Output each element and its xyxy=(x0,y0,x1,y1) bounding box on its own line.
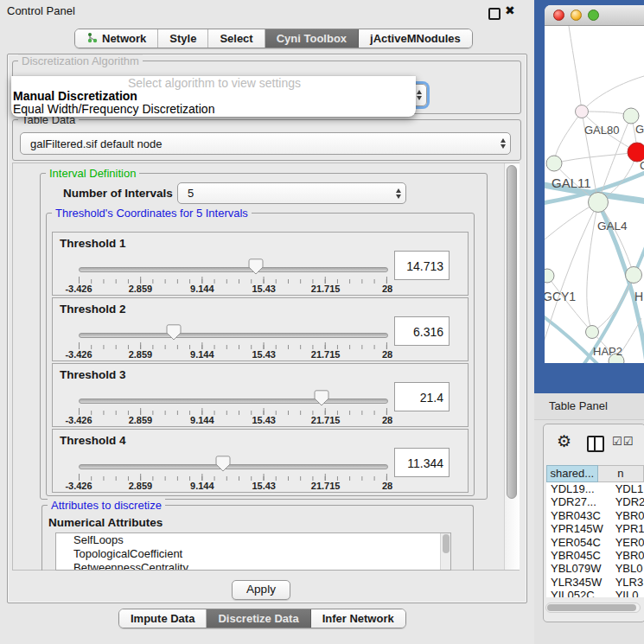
threshold-3-ruler xyxy=(79,408,387,415)
threshold-2-value-field[interactable]: 6.316 xyxy=(394,316,450,346)
threshold-4-scale-labels: -3.4262.8599.14415.4321.71528 xyxy=(79,481,387,491)
dropdown-option-manual-discretization[interactable]: Manual Discretization xyxy=(11,90,416,103)
list-item[interactable]: SelfLoops xyxy=(56,533,450,547)
dropdown-placeholder-item[interactable]: Select algorithm to view settings xyxy=(11,77,416,90)
tab-cyni-toolbox[interactable]: Cyni Toolbox xyxy=(265,29,359,48)
tab-jactivemnodules[interactable]: jActiveMNodules xyxy=(359,29,472,48)
table-row[interactable]: YBR045CYBR0 xyxy=(546,549,644,562)
threshold-1-slider-thumb[interactable] xyxy=(248,258,264,275)
columns-icon[interactable] xyxy=(587,436,604,452)
threshold-1-panel: Threshold 1 -3.4262.8599.14415.4321.7152… xyxy=(52,232,469,296)
threshold-4-value-field[interactable]: 11.344 xyxy=(394,448,450,477)
close-traffic-light-icon[interactable] xyxy=(553,10,564,21)
list-item[interactable]: BetweennessCentrality xyxy=(56,561,450,571)
threshold-3-slider-thumb[interactable] xyxy=(314,390,329,406)
node-partial-top-right[interactable] xyxy=(623,108,639,124)
threshold-2-scale-labels: -3.4262.8599.14415.4321.71528 xyxy=(79,349,387,360)
vertical-scrollbar[interactable] xyxy=(504,163,520,570)
table-row[interactable]: YBL079WYBL0 xyxy=(546,562,644,575)
tab-impute-data[interactable]: Impute Data xyxy=(119,609,207,628)
node-label: HAP2 xyxy=(593,345,622,358)
numerical-attributes-label: Numerical Attributes xyxy=(48,516,163,529)
node-label: GAL11 xyxy=(552,175,591,190)
float-window-icon[interactable] xyxy=(488,8,501,20)
threshold-4-ruler xyxy=(79,474,387,481)
tab-network[interactable]: Network xyxy=(75,29,158,48)
table-row[interactable]: YDR27...YDR2 xyxy=(546,495,644,508)
table-row[interactable]: YBR043CYBR0 xyxy=(546,509,644,522)
table-row[interactable]: YIL052CYIL0 xyxy=(546,589,644,597)
bottom-tab-bar: Impute Data Discretize Data Infer Networ… xyxy=(118,609,406,628)
discretization-algorithm-group-title: Discretization Algorithm xyxy=(18,54,143,67)
node-gal80[interactable] xyxy=(576,105,589,118)
threshold-2-panel: Threshold 2 -3.4262.8599.14415.4321.7152… xyxy=(52,297,469,361)
threshold-3-label: Threshold 3 xyxy=(60,368,126,381)
number-of-intervals-label: Number of Intervals xyxy=(63,187,173,200)
node-h-partial[interactable] xyxy=(626,267,642,284)
node-gal4[interactable] xyxy=(589,193,609,213)
control-panel-title: Control Panel xyxy=(7,4,75,17)
minimize-traffic-light-icon[interactable] xyxy=(571,10,582,21)
node-hap2[interactable] xyxy=(586,326,599,339)
combo-stepper-icon xyxy=(417,90,422,100)
tab-select[interactable]: Select xyxy=(208,29,265,48)
combo-stepper-icon xyxy=(501,138,506,149)
dropdown-option-equal-width-frequency[interactable]: Equal Width/Frequency Discretization xyxy=(11,103,416,116)
node-table: shared... n YDL19...YDL1 YDR27...YDR2 YB… xyxy=(546,465,644,598)
top-tab-bar: Network Style Select Cyni Toolbox jActiv… xyxy=(74,29,473,48)
number-of-intervals-combobox[interactable]: 5 xyxy=(177,182,406,204)
tab-style[interactable]: Style xyxy=(158,29,208,48)
gear-icon[interactable]: ⚙ xyxy=(557,432,571,451)
threshold-2-label: Threshold 2 xyxy=(60,303,126,316)
node-label: GCY1 xyxy=(545,290,576,303)
node-label: GAL4 xyxy=(597,220,628,233)
table-data-group: Table Data galFiltered.sif default node xyxy=(12,119,521,161)
threshold-4-label: Threshold 4 xyxy=(60,434,126,447)
list-item[interactable]: TopologicalCoefficient xyxy=(56,547,450,561)
threshold-3-slider-track[interactable] xyxy=(79,399,388,404)
threshold-1-slider-track[interactable] xyxy=(79,267,388,272)
table-data-selected-value: galFiltered.sif default node xyxy=(30,137,162,150)
node-label: H xyxy=(634,290,643,303)
network-window-titlebar[interactable] xyxy=(545,5,644,26)
table-data-combobox[interactable]: galFiltered.sif default node xyxy=(20,132,511,155)
zoom-traffic-light-icon[interactable] xyxy=(588,10,599,21)
threshold-4-slider-track[interactable] xyxy=(79,464,388,469)
table-row[interactable]: YLR345WYLR3 xyxy=(546,576,644,589)
attributes-group-title: Attributes to discretize xyxy=(48,499,165,512)
table-horizontal-scrollbar-thumb[interactable] xyxy=(547,604,636,611)
table-row[interactable]: YER054CYER0 xyxy=(546,536,644,549)
threshold-2-slider-track[interactable] xyxy=(79,333,388,338)
column-header-shared-name[interactable]: shared... xyxy=(546,465,598,482)
screen: { "control_panel": { "title": "Control P… xyxy=(0,0,644,644)
algorithm-dropdown-popup: Select algorithm to view settings Manual… xyxy=(11,76,416,117)
table-row[interactable]: YPR145WYPR1 xyxy=(546,522,644,535)
apply-button[interactable]: Apply xyxy=(232,580,290,600)
threshold-1-value-field[interactable]: 14.713 xyxy=(394,251,450,280)
threshold-3-value-field[interactable]: 21.4 xyxy=(394,382,450,411)
threshold-2-slider-thumb[interactable] xyxy=(166,324,182,341)
node-label: GAL80 xyxy=(584,124,619,137)
threshold-1-label: Threshold 1 xyxy=(60,237,126,250)
threshold-4-panel: Threshold 4 -3.4262.8599.14415.4321.7152… xyxy=(52,429,469,493)
close-icon[interactable]: ✖ xyxy=(505,3,515,17)
tab-discretize-data[interactable]: Discretize Data xyxy=(207,609,310,628)
threshold-1-scale-labels: -3.4262.8599.14415.4321.71528 xyxy=(79,284,387,294)
vertical-scrollbar-thumb[interactable] xyxy=(507,165,517,499)
list-scrollbar[interactable] xyxy=(440,533,450,570)
network-icon xyxy=(86,32,98,46)
table-horizontal-scrollbar[interactable] xyxy=(545,603,641,613)
numerical-attributes-list[interactable]: SelfLoops TopologicalCoefficient Between… xyxy=(55,532,451,571)
list-scrollbar-thumb[interactable] xyxy=(443,534,450,553)
checkbox-icons[interactable]: ☑☑ xyxy=(612,435,634,448)
tab-infer-network[interactable]: Infer Network xyxy=(311,609,405,628)
threshold-4-slider-thumb[interactable] xyxy=(215,456,231,472)
network-canvas[interactable]: GAL80 GA GAL11 C GAL4 GCY1 H HAP2 xyxy=(545,26,644,363)
column-header-name[interactable]: n xyxy=(598,465,644,482)
network-view-window[interactable]: GAL80 GA GAL11 C GAL4 GCY1 H HAP2 xyxy=(545,5,644,363)
table-body: YDL19...YDL1 YDR27...YDR2 YBR043CYBR0 YP… xyxy=(546,482,644,597)
table-panel-title: Table Panel xyxy=(549,399,608,412)
table-row[interactable]: YDL19...YDL1 xyxy=(546,482,644,495)
node-gal11[interactable] xyxy=(546,156,562,171)
node-gcy1[interactable] xyxy=(545,269,554,283)
